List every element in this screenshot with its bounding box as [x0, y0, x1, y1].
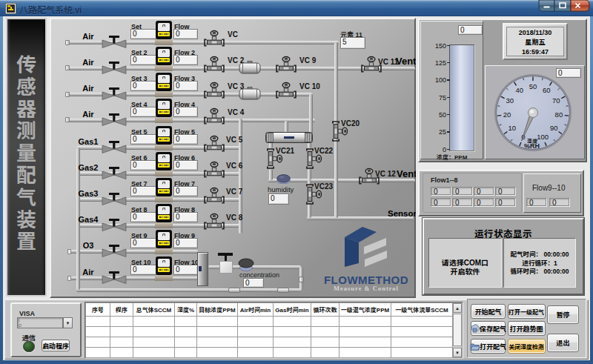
svg-text:10: 10	[508, 124, 517, 132]
svg-text:100: 100	[537, 133, 549, 141]
svg-text:70: 70	[552, 96, 560, 105]
svg-text:80: 80	[555, 110, 563, 119]
svg-text:40: 40	[515, 86, 523, 94]
svg-text:50: 50	[529, 82, 537, 90]
svg-text:Measure & Control: Measure & Control	[334, 285, 399, 292]
svg-text:60: 60	[543, 86, 551, 94]
svg-text:20: 20	[503, 110, 511, 119]
svg-text:90: 90	[550, 124, 558, 132]
svg-text:30: 30	[506, 96, 514, 105]
